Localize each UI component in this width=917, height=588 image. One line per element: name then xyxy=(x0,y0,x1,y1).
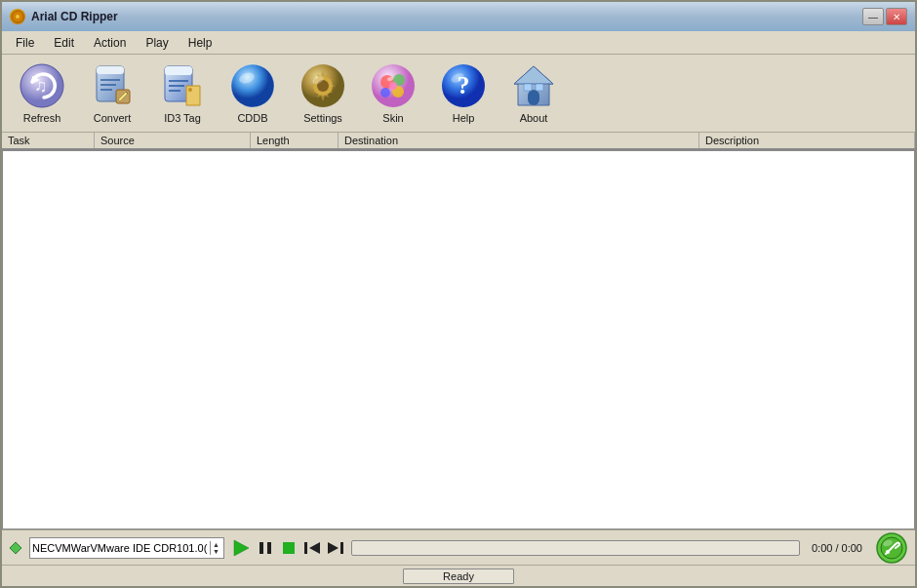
svg-rect-49 xyxy=(340,542,343,554)
convert-label: Convert xyxy=(94,112,132,124)
help-button[interactable]: ? Help xyxy=(429,59,498,128)
skin-button[interactable]: Skin xyxy=(359,59,427,128)
svg-text:♫: ♫ xyxy=(34,76,48,96)
svg-rect-44 xyxy=(259,542,263,554)
skin-label: Skin xyxy=(382,112,403,124)
svg-marker-50 xyxy=(328,542,339,554)
svg-rect-41 xyxy=(536,84,543,91)
svg-rect-39 xyxy=(528,90,539,105)
menu-play[interactable]: Play xyxy=(136,34,178,52)
svg-point-30 xyxy=(380,88,390,98)
id3tag-icon xyxy=(159,62,206,109)
about-label: About xyxy=(520,112,548,124)
toolbar: ♫ Refresh xyxy=(2,55,915,133)
progress-bar[interactable] xyxy=(351,540,800,556)
svg-rect-47 xyxy=(304,542,307,554)
settings-label: Settings xyxy=(303,112,342,124)
refresh-label: Refresh xyxy=(23,112,61,124)
drive-selector-text: NECVMWarVMware IDE CDR101.0( xyxy=(32,542,210,554)
time-display: 0:00 / 0:00 xyxy=(806,542,868,554)
svg-rect-40 xyxy=(524,84,532,91)
cddb-icon xyxy=(229,62,276,109)
about-button[interactable]: About xyxy=(499,59,568,128)
settings-icon xyxy=(299,62,346,109)
col-header-description: Description xyxy=(699,133,915,148)
convert-button[interactable]: Convert xyxy=(78,59,146,128)
drive-arrows: ▲ ▼ xyxy=(210,541,221,555)
refresh-button[interactable]: ♫ Refresh xyxy=(8,59,76,128)
id3tag-label: ID3 Tag xyxy=(164,112,201,124)
col-header-task: Task xyxy=(2,133,95,148)
menu-action[interactable]: Action xyxy=(84,34,136,52)
close-button[interactable]: ✕ xyxy=(886,8,907,25)
minimize-button[interactable]: — xyxy=(862,8,884,25)
app-icon xyxy=(10,9,25,24)
svg-point-19 xyxy=(188,88,192,92)
cddb-button[interactable]: CDDB xyxy=(219,59,287,128)
menu-bar: File Edit Action Play Help xyxy=(2,31,915,55)
drive-arrow-up: ▲ xyxy=(213,541,219,548)
refresh-icon: ♫ xyxy=(19,62,65,109)
next-button[interactable] xyxy=(326,538,345,558)
menu-edit[interactable]: Edit xyxy=(44,34,84,52)
status-text: Ready xyxy=(403,568,514,584)
svg-point-53 xyxy=(886,550,890,554)
svg-rect-46 xyxy=(283,542,295,554)
svg-point-32 xyxy=(389,82,397,90)
id3tag-button[interactable]: ID3 Tag xyxy=(148,59,217,128)
transport-controls xyxy=(230,537,345,559)
column-headers: Task Source Length Destination Descripti… xyxy=(2,133,915,150)
svg-marker-38 xyxy=(514,66,553,84)
menu-help[interactable]: Help xyxy=(179,34,222,52)
about-icon xyxy=(510,62,557,109)
svg-marker-43 xyxy=(234,540,249,556)
drive-selector[interactable]: NECVMWarVMware IDE CDR101.0( ▲ ▼ xyxy=(29,537,224,559)
svg-marker-48 xyxy=(309,542,320,554)
convert-icon xyxy=(89,62,136,109)
prev-button[interactable] xyxy=(302,538,322,558)
svg-rect-45 xyxy=(267,542,271,554)
col-header-destination: Destination xyxy=(339,133,699,148)
svg-rect-14 xyxy=(165,66,192,75)
svg-marker-42 xyxy=(10,542,21,554)
status-bar: NECVMWarVMware IDE CDR101.0( ▲ ▼ xyxy=(2,529,915,565)
window-title: Arial CD Ripper xyxy=(31,10,118,23)
svg-point-1 xyxy=(16,15,20,19)
title-buttons: — ✕ xyxy=(862,8,907,25)
status-text-bar: Ready xyxy=(2,565,915,586)
svg-marker-18 xyxy=(186,86,200,105)
col-header-length: Length xyxy=(251,133,339,148)
drive-arrow-down: ▼ xyxy=(213,548,219,555)
eject-button[interactable] xyxy=(874,530,909,566)
menu-file[interactable]: File xyxy=(6,34,44,52)
pause-button[interactable] xyxy=(256,538,275,558)
title-bar-left: Arial CD Ripper xyxy=(10,9,118,24)
stop-button[interactable] xyxy=(279,538,299,558)
svg-rect-6 xyxy=(97,66,124,74)
help-icon: ? xyxy=(440,62,487,109)
cddb-label: CDDB xyxy=(237,112,267,124)
skin-icon xyxy=(370,62,417,109)
main-window: Arial CD Ripper — ✕ File Edit Action Pla… xyxy=(0,0,917,588)
play-button[interactable] xyxy=(230,537,252,559)
title-bar: Arial CD Ripper — ✕ xyxy=(2,2,915,31)
content-area xyxy=(2,150,915,529)
drive-indicator-icon xyxy=(8,540,23,556)
help-label: Help xyxy=(453,112,475,124)
col-header-source: Source xyxy=(95,133,251,148)
settings-button[interactable]: Settings xyxy=(289,59,357,128)
